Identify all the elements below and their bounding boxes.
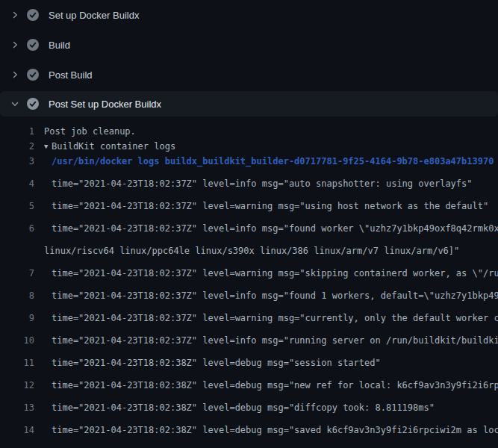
step-label: Set up Docker Buildx: [49, 10, 139, 21]
chevron-right-icon: [9, 9, 21, 21]
log-line: 11time="2021-04-23T18:02:38Z" level=debu…: [0, 348, 498, 370]
log-line-text: time="2021-04-23T18:02:38Z" level=debug …: [52, 423, 498, 438]
actions-log-viewer: Set up Docker BuildxBuildPost BuildPost …: [0, 0, 498, 448]
log-line-number: [0, 243, 34, 258]
log-line-number[interactable]: 14: [0, 423, 34, 438]
step-label: Post Build: [49, 69, 93, 81]
log-line-text: time="2021-04-23T18:02:37Z" level=info m…: [52, 221, 498, 236]
log-line: 4time="2021-04-23T18:02:37Z" level=info …: [0, 169, 498, 191]
log-line-text: time="2021-04-23T18:02:38Z" level=debug …: [52, 400, 435, 415]
check-circle-icon: [27, 98, 39, 110]
log-line-number[interactable]: 7: [0, 266, 34, 281]
check-circle-icon: [27, 69, 39, 81]
check-circle-icon: [27, 9, 39, 21]
log-line: 10time="2021-04-23T18:02:37Z" level=info…: [0, 326, 498, 348]
log-line-text: Post job cleanup.: [44, 124, 136, 139]
log-line-number[interactable]: 5: [0, 199, 34, 214]
log-line-text: time="2021-04-23T18:02:37Z" level=info m…: [52, 176, 473, 191]
chevron-down-icon: [9, 98, 21, 110]
log-line-text: linux/riscv64 linux/ppc64le linux/s390x …: [44, 243, 459, 258]
check-circle-icon: [27, 39, 39, 51]
log-line-number[interactable]: 2: [0, 139, 34, 154]
log-line-text: time="2021-04-23T18:02:37Z" level=warnin…: [52, 199, 488, 214]
log-line-text: time="2021-04-23T18:02:37Z" level=info m…: [52, 288, 498, 303]
log-line-number[interactable]: 12: [0, 378, 34, 393]
log-line-text: time="2021-04-23T18:02:37Z" level=warnin…: [52, 266, 498, 281]
step-row-set-up-docker-buildx[interactable]: Set up Docker Buildx: [0, 0, 498, 30]
step-label: Build: [49, 40, 70, 51]
log-line-text: time="2021-04-23T18:02:37Z" level=warnin…: [52, 311, 498, 326]
log-line-number[interactable]: 1: [0, 124, 34, 139]
log-area: 1Post job cleanup.2▼BuildKit container l…: [0, 116, 498, 448]
log-line-number[interactable]: 6: [0, 221, 34, 236]
log-line-number[interactable]: 10: [0, 333, 34, 348]
log-line: 14time="2021-04-23T18:02:38Z" level=debu…: [0, 415, 498, 438]
log-line: 2▼BuildKit container logs: [0, 139, 498, 154]
step-row-post-build[interactable]: Post Build: [0, 60, 498, 90]
log-line: 13time="2021-04-23T18:02:38Z" level=debu…: [0, 393, 498, 415]
log-line-number[interactable]: 11: [0, 355, 34, 370]
log-line: 3/usr/bin/docker logs buildx_buildkit_bu…: [0, 154, 498, 169]
steps-list: Set up Docker BuildxBuildPost BuildPost …: [0, 0, 498, 116]
log-line-text: time="2021-04-23T18:02:38Z" level=debug …: [52, 378, 498, 393]
log-line: 5time="2021-04-23T18:02:37Z" level=warni…: [0, 191, 498, 214]
step-label: Post Set up Docker Buildx: [49, 99, 161, 110]
log-line-number[interactable]: 8: [0, 288, 34, 303]
log-line: 12time="2021-04-23T18:02:38Z" level=debu…: [0, 370, 498, 393]
triangle-down-icon: ▼: [44, 139, 52, 154]
log-command-text: /usr/bin/docker logs buildx_buildkit_bui…: [52, 154, 494, 169]
log-line: 7time="2021-04-23T18:02:37Z" level=warni…: [0, 258, 498, 281]
log-line-text[interactable]: BuildKit container logs: [52, 139, 175, 154]
log-line: 1Post job cleanup.: [0, 124, 498, 139]
log-line-continuation: linux/riscv64 linux/ppc64le linux/s390x …: [0, 236, 498, 258]
log-line: 6time="2021-04-23T18:02:37Z" level=info …: [0, 214, 498, 236]
log-line: 9time="2021-04-23T18:02:37Z" level=warni…: [0, 303, 498, 326]
log-line-number[interactable]: 4: [0, 176, 34, 191]
log-line-text: time="2021-04-23T18:02:38Z" level=debug …: [52, 355, 381, 370]
chevron-right-icon: [9, 39, 21, 51]
log-line-number[interactable]: 3: [0, 154, 34, 169]
step-row-post-set-up-docker-buildx[interactable]: Post Set up Docker Buildx: [0, 91, 498, 116]
log-line-number[interactable]: 15: [0, 445, 34, 448]
log-line: 15time="2021-04-23T18:02:38Z" level=debu…: [0, 438, 498, 448]
log-line-text: time="2021-04-23T18:02:37Z" level=info m…: [52, 333, 498, 348]
log-line-number[interactable]: 13: [0, 400, 34, 415]
log-line-text: time="2021-04-23T18:02:38Z" level=debug …: [52, 445, 498, 448]
step-row-build[interactable]: Build: [0, 30, 498, 60]
log-line: 8time="2021-04-23T18:02:37Z" level=info …: [0, 281, 498, 303]
chevron-right-icon: [9, 69, 21, 81]
log-line-number[interactable]: 9: [0, 311, 34, 326]
